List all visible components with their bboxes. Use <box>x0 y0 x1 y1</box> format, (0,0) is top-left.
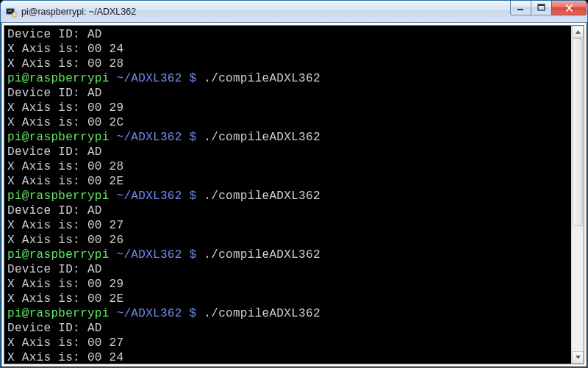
prompt-line: pi@raspberrypi ~/ADXL362 $ ./compileADXL… <box>7 189 581 203</box>
prompt-user: pi@raspberrypi <box>7 248 117 261</box>
prompt-line: pi@raspberrypi ~/ADXL362 $ ./compileADXL… <box>7 71 581 86</box>
scroll-thumb[interactable] <box>573 38 583 226</box>
command-text: ./compileADXL362 <box>204 131 320 144</box>
prompt-line: pi@raspberrypi ~/ADXL362 $ ./compileADXL… <box>7 306 581 321</box>
output-line: X Axis is: 00 27 <box>7 336 581 350</box>
scroll-down-button[interactable] <box>572 351 584 364</box>
command-text: ./compileADXL362 <box>204 307 320 320</box>
prompt-dollar: $ <box>190 248 204 261</box>
prompt-dollar: $ <box>190 131 204 144</box>
terminal-content[interactable]: Device ID: ADX Axis is: 00 24X Axis is: … <box>4 26 584 364</box>
close-button[interactable] <box>551 1 587 15</box>
output-line: X Axis is: 00 2C <box>7 115 581 130</box>
command-text: ./compileADXL362 <box>204 190 320 203</box>
prompt-user: pi@raspberrypi <box>7 307 117 320</box>
prompt-line: pi@raspberrypi ~/ADXL362 $ ./compileADXL… <box>7 130 581 145</box>
prompt-path: ~/ADXL362 <box>117 307 190 320</box>
svg-rect-2 <box>12 12 16 17</box>
svg-rect-6 <box>538 4 545 6</box>
terminal-viewport: Device ID: ADX Axis is: 00 24X Axis is: … <box>4 25 584 364</box>
putty-icon <box>5 6 17 18</box>
app-window: pi@raspberrypi: ~/ADXL362 Device ID: ADX… <box>0 0 588 368</box>
output-line: X Axis is: 00 2E <box>7 292 581 306</box>
output-line: Device ID: AD <box>7 27 581 42</box>
command-text: ./compileADXL362 <box>204 72 320 85</box>
window-controls <box>511 1 587 22</box>
prompt-dollar: $ <box>190 190 204 203</box>
prompt-path: ~/ADXL362 <box>117 248 190 261</box>
prompt-line: pi@raspberrypi ~/ADXL362 $ ./compileADXL… <box>7 248 581 262</box>
svg-rect-4 <box>517 9 523 10</box>
output-line: X Axis is: 00 24 <box>7 350 581 364</box>
prompt-user: pi@raspberrypi <box>7 190 117 203</box>
titlebar[interactable]: pi@raspberrypi: ~/ADXL362 <box>1 1 587 23</box>
prompt-path: ~/ADXL362 <box>117 131 190 144</box>
output-line: Device ID: AD <box>7 203 581 218</box>
output-line: X Axis is: 00 27 <box>7 218 581 233</box>
prompt-user: pi@raspberrypi <box>7 131 117 144</box>
prompt-path: ~/ADXL362 <box>117 72 190 85</box>
output-line: Device ID: AD <box>7 145 581 159</box>
minimize-button[interactable] <box>510 1 531 15</box>
window-title: pi@raspberrypi: ~/ADXL362 <box>21 7 511 17</box>
client-area: Device ID: ADX Axis is: 00 24X Axis is: … <box>1 23 587 367</box>
maximize-button[interactable] <box>531 1 552 15</box>
scroll-track[interactable] <box>572 38 584 351</box>
output-line: Device ID: AD <box>7 321 581 336</box>
command-text: ./compileADXL362 <box>204 248 320 261</box>
prompt-dollar: $ <box>190 72 204 85</box>
output-line: X Axis is: 00 24 <box>7 42 581 57</box>
scroll-up-button[interactable] <box>572 26 584 38</box>
output-line: Device ID: AD <box>7 262 581 277</box>
output-line: X Axis is: 00 28 <box>7 57 581 71</box>
output-line: X Axis is: 00 26 <box>7 233 581 248</box>
prompt-user: pi@raspberrypi <box>7 72 117 85</box>
vertical-scrollbar[interactable] <box>571 26 584 364</box>
output-line: X Axis is: 00 29 <box>7 101 581 115</box>
output-line: Device ID: AD <box>7 86 581 101</box>
prompt-path: ~/ADXL362 <box>117 190 190 203</box>
output-line: X Axis is: 00 29 <box>7 277 581 292</box>
output-line: X Axis is: 00 2E <box>7 174 581 189</box>
output-line: X Axis is: 00 28 <box>7 159 581 174</box>
prompt-dollar: $ <box>190 307 204 320</box>
